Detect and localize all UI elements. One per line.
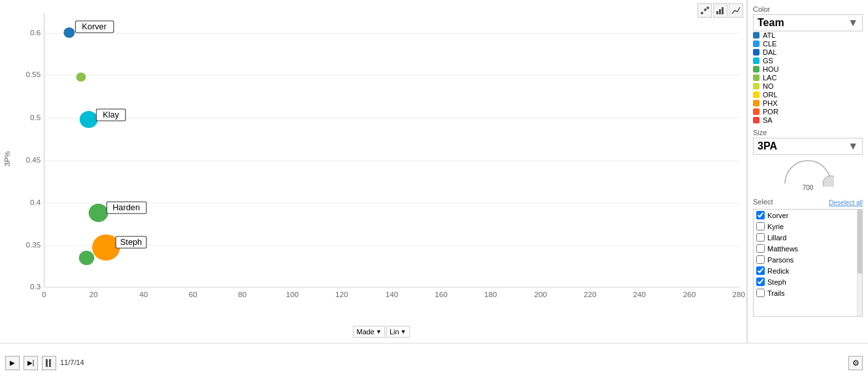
select-item-label-redick: Redick [767,267,790,275]
svg-point-2 [707,7,709,9]
legend-dot-lac [753,74,760,81]
svg-text:0: 0 [42,291,46,298]
legend-sa: SA [753,116,863,124]
chart-toolbar [697,3,743,18]
select-label: Select [753,198,773,206]
svg-text:0.5: 0.5 [30,114,41,121]
svg-text:0.6: 0.6 [30,29,41,37]
legend-gs: GS [753,57,863,65]
select-item-kyrie[interactable]: Kyrie [754,221,862,232]
checkbox-parsons[interactable] [756,255,765,264]
data-point-unlabeled1[interactable] [76,72,86,82]
legend-label-cle: CLE [763,40,776,48]
svg-text:220: 220 [584,291,597,298]
svg-rect-47 [49,359,51,367]
select-item-matthews[interactable]: Matthews [754,243,862,254]
deselect-all-button[interactable]: Deselect all [829,199,863,206]
legend-dot-por [753,108,760,115]
line-chart-button[interactable] [729,3,743,18]
select-item-label-lillard: Lillard [767,234,786,242]
step-button[interactable]: ▶| [24,356,38,370]
legend-label-dal: DAL [763,48,776,56]
color-legend-list: ATL CLE DAL GS HOU [753,31,863,124]
svg-rect-3 [716,11,718,14]
select-item-lillard[interactable]: Lillard [754,232,862,243]
legend-dot-atl [753,32,760,39]
x-axis-dropdown[interactable]: Made ▼ [353,326,384,338]
select-item-label-trails: Trails [767,289,784,297]
svg-text:Steph: Steph [120,238,142,247]
checkbox-korver[interactable] [756,211,765,219]
select-item-trails[interactable]: Trails [754,287,862,298]
legend-label-no: NO [763,82,774,90]
svg-text:Korver: Korver [82,22,107,31]
svg-text:280: 280 [733,291,746,298]
legend-cle: CLE [753,40,863,48]
x-scale-dropdown-arrow: ▼ [401,328,407,335]
svg-text:20: 20 [90,291,98,298]
settings-icon: ⚙ [852,358,860,368]
svg-text:140: 140 [386,291,399,298]
legend-dot-orl [753,91,760,98]
checkbox-steph[interactable] [756,278,765,286]
checkbox-redick[interactable] [756,266,765,275]
x-scale-label: Lin [390,328,399,336]
pause-button[interactable] [42,356,56,370]
select-item-label-matthews: Matthews [767,245,798,253]
legend-dal: DAL [753,48,863,56]
y-axis-label: 3P% [3,151,11,166]
checkbox-lillard[interactable] [756,233,765,242]
svg-text:240: 240 [633,291,646,298]
svg-text:0.3: 0.3 [30,283,41,291]
select-item-redick[interactable]: Redick [754,265,862,276]
svg-text:200: 200 [534,291,547,298]
size-label: Size [753,129,863,136]
step-icon: ▶| [27,359,35,366]
svg-text:Klay: Klay [103,110,120,119]
size-arc: 700 [753,157,863,191]
bar-chart-button[interactable] [713,3,727,18]
chart-area: 3P% 0.6 0.55 0.5 0.45 [0,0,747,343]
data-point-unlabeled2[interactable] [79,251,94,265]
select-header: Select Deselect all [753,198,863,207]
select-list: KorverKyrieLillardMatthewsParsonsRedickS… [754,210,862,298]
select-item-steph[interactable]: Steph [754,276,862,287]
scatter-plot-button[interactable] [697,3,712,18]
legend-dot-sa [753,117,760,123]
legend-dot-cle [753,40,760,47]
checkbox-trails[interactable] [756,289,765,297]
legend-label-orl: ORL [763,91,778,99]
legend-hou: HOU [753,65,863,73]
x-axis-label: Made [356,328,375,336]
settings-button[interactable]: ⚙ [848,356,863,370]
select-item-parsons[interactable]: Parsons [754,254,862,265]
legend-orl: ORL [753,91,863,99]
legend-label-por: POR [763,108,778,116]
data-point-harden[interactable] [89,204,108,222]
svg-point-0 [701,12,703,14]
legend-dot-dal [753,49,760,56]
date-label: 11/7/14 [60,358,844,366]
select-item-label-parsons: Parsons [767,256,793,264]
data-point-klay[interactable] [80,111,98,128]
svg-rect-5 [722,7,724,14]
size-dropdown[interactable]: 3PA ▼ [753,138,863,155]
legend-por: POR [753,108,863,116]
svg-text:120: 120 [335,291,348,298]
data-point-korver[interactable] [63,27,75,38]
color-label: Color [753,5,863,13]
x-scale-dropdown[interactable]: Lin ▼ [386,326,410,338]
select-item-korver[interactable]: Korver [754,210,862,221]
play-button[interactable]: ▶ [5,356,20,370]
color-dropdown[interactable]: Team ▼ [753,14,863,31]
legend-dot-no [753,83,760,89]
svg-text:40: 40 [139,291,148,298]
legend-lac: LAC [753,74,863,82]
select-list-wrapper[interactable]: KorverKyrieLillardMatthewsParsonsRedickS… [753,209,863,317]
scatter-chart: 0.6 0.55 0.5 0.45 0.4 0.35 0.3 0 20 40 [16,7,746,313]
checkbox-kyrie[interactable] [756,222,765,231]
checkbox-matthews[interactable] [756,244,765,253]
select-item-label-korver: Korver [767,212,788,219]
size-dropdown-arrow: ▼ [848,140,858,152]
svg-text:100: 100 [286,291,299,298]
